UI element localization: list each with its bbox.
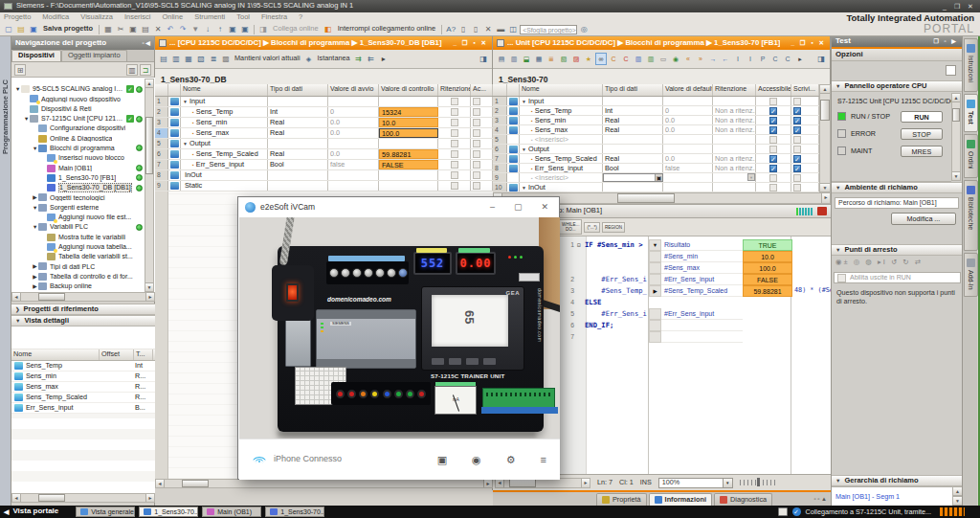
monitor-all-icon[interactable]: ▩	[220, 53, 232, 65]
var-type[interactable]	[603, 97, 663, 105]
snippet-5[interactable]: REGION	[602, 222, 625, 233]
tree-item[interactable]: Configurazione dispositivi	[11, 124, 155, 133]
retention-cell[interactable]	[438, 149, 471, 159]
monitor-value[interactable]: 100.0	[379, 128, 438, 138]
menu-visualizza[interactable]: Visualizza	[80, 13, 113, 21]
accessible-cell[interactable]	[471, 139, 493, 148]
monitor-glasses-icon[interactable]: ∞	[595, 53, 607, 65]
zoom-slider[interactable]	[740, 480, 778, 485]
accessible-checkbox[interactable]: ✓	[769, 165, 777, 172]
var-name[interactable]: ▪Sens_Temp	[181, 107, 268, 117]
var-name[interactable]: ▪Sens_min	[520, 116, 603, 124]
taskbar-button[interactable]: Vista generale	[76, 507, 135, 517]
rail-tab-biblioteche[interactable]: Biblioteche	[964, 180, 978, 251]
tree-item[interactable]: ▼Blocchi di programma	[11, 144, 155, 153]
var-type[interactable]	[268, 97, 328, 106]
snapshot-icon[interactable]: ▣	[437, 454, 447, 465]
tree-item[interactable]: Dispositivi & Reti	[11, 104, 155, 114]
accessible-cell[interactable]	[756, 97, 791, 105]
tree-item[interactable]: Aggiungi nuovo file est...	[11, 213, 155, 222]
writable-checkbox[interactable]: ✓	[793, 165, 801, 172]
start-value[interactable]: false	[328, 160, 379, 169]
settings-gear-icon[interactable]: ⚙	[506, 454, 516, 465]
accessible-checkbox[interactable]: ✓	[769, 155, 777, 163]
fb-row[interactable]: 10▼InOut	[493, 183, 819, 192]
var-type[interactable]	[603, 183, 663, 191]
accessible-checkbox[interactable]	[473, 98, 480, 105]
taskbar-button[interactable]: Main (OB1)	[202, 507, 261, 517]
tree-item[interactable]: Inserisci nuovo blocco	[11, 153, 155, 163]
retention-cell[interactable]	[438, 128, 471, 138]
start-value[interactable]	[328, 170, 379, 180]
monitor-value[interactable]	[379, 139, 438, 148]
favorites-icon[interactable]: ★	[583, 53, 594, 65]
db-row[interactable]: 5▼Output	[155, 139, 493, 149]
tree-item[interactable]: ▶Tipi di dati PLC	[11, 261, 155, 271]
expand-window-icon[interactable]: ◨	[478, 53, 489, 65]
default-value[interactable]: 0.0	[663, 154, 713, 163]
db-row[interactable]: 4▪Sens_maxReal0.0100.0	[155, 128, 493, 139]
fb-table-vscrollbar[interactable]: ▲▼	[819, 84, 831, 192]
retention-cell[interactable]	[438, 118, 471, 127]
db-hscrollbar[interactable]: ◄►	[155, 479, 493, 488]
retention-checkbox[interactable]	[451, 108, 458, 116]
reset-icon[interactable]: ▦	[183, 53, 194, 65]
db-row[interactable]: 1▼Input	[155, 97, 493, 107]
default-value[interactable]: 0.0	[663, 125, 713, 134]
retention-cell[interactable]	[438, 107, 471, 117]
fb-col-2[interactable]: Valore di default	[663, 84, 713, 96]
project-search-input[interactable]: <Sfoglia progetto>	[520, 25, 577, 34]
accessible-cell[interactable]	[756, 183, 791, 191]
cpu-panel-vscrollbar[interactable]: ▲▼	[951, 93, 961, 181]
enable-outputs-checkbox-row[interactable]: Abilita uscite in RUN	[834, 272, 961, 283]
expand-window-icon[interactable]: ◨	[815, 53, 827, 65]
tree-item[interactable]: 1_Sens30-70_DB [DB1]	[11, 183, 155, 192]
var-type[interactable]	[268, 170, 328, 180]
var-name[interactable]: ▪Sens_Temp	[520, 106, 603, 115]
accessible-checkbox[interactable]	[473, 108, 480, 116]
default-value[interactable]: 0	[663, 106, 713, 115]
go-offline-label[interactable]: Interrompi collegamento online	[338, 25, 436, 33]
default-value[interactable]	[663, 183, 713, 191]
monitor-value[interactable]: 15324	[379, 107, 438, 117]
var-name[interactable]: ▪Err_Sens_input	[181, 160, 268, 169]
db-row[interactable]: 2▪Sens_TempInt015324	[155, 107, 493, 118]
default-value[interactable]: false	[663, 164, 713, 172]
fb-window-controls[interactable]: _ ❐ ▪ ✕	[791, 39, 826, 46]
back-icon[interactable]: »	[695, 53, 706, 65]
download-icon[interactable]: ↓	[202, 24, 213, 35]
accessible-cell[interactable]: ✓	[756, 125, 791, 134]
var-name[interactable]: InOut	[181, 170, 268, 180]
rail-tab-addin[interactable]: Add-In	[964, 253, 978, 297]
tree-item[interactable]: Main [OB1]	[11, 163, 155, 172]
db-row[interactable]: 3▪Sens_minReal0.010.0	[155, 118, 493, 128]
zoom-select[interactable]: 100%▼	[658, 478, 733, 488]
close-x-icon[interactable]: ✕	[482, 24, 494, 35]
var-type[interactable]: Real	[603, 154, 663, 163]
keep-actual-values-label[interactable]: Mantieni valori attuali	[234, 55, 301, 62]
retention-cell[interactable]	[438, 139, 471, 148]
writable-cell[interactable]	[791, 183, 819, 191]
db-col-3[interactable]: Valore di controllo	[379, 84, 438, 96]
default-value[interactable]	[663, 145, 713, 153]
db-col-5[interactable]: Ac...	[471, 84, 493, 96]
db-col-1[interactable]: Tipo di dati	[268, 84, 328, 96]
fb-row[interactable]: 7▪Sens_Temp_ScaledReal0.0Non a ritenz...…	[493, 154, 819, 164]
monitor-value[interactable]: FALSE	[379, 160, 438, 169]
load-icon[interactable]: ▧	[195, 53, 207, 65]
retention-checkbox[interactable]	[451, 150, 458, 158]
expand-arrow-icon[interactable]: ▼	[32, 224, 38, 230]
accessible-cell[interactable]	[471, 181, 493, 191]
breakpoints-header[interactable]: ▼Punti di arresto	[832, 244, 963, 256]
open-project-icon[interactable]: ▤	[15, 24, 27, 35]
retention-cell[interactable]	[713, 135, 756, 144]
details-row[interactable]: Sens_Temp_ScaledR...	[11, 393, 155, 403]
var-type[interactable]: Real	[603, 116, 663, 124]
var-name[interactable]: ▪Sens_Temp_Scaled	[520, 154, 603, 163]
more-icon[interactable]: ▸	[378, 53, 390, 65]
add-row-icon[interactable]: ▥	[508, 53, 520, 65]
fb-col-5[interactable]: Scrivi...	[791, 84, 819, 96]
net2-icon[interactable]: I	[745, 53, 756, 65]
tree-item[interactable]: ▼95-SCL5 SCALING analog IN 1✓	[11, 84, 155, 94]
fold-marker[interactable]: ⊟	[577, 242, 585, 249]
